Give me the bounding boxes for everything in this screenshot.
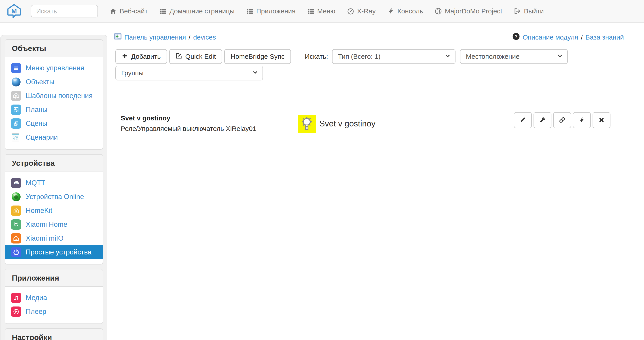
sidebar-item-xiaomi-miio[interactable]: mi Xiaomi miIO xyxy=(5,231,103,245)
svg-text:MQTT: MQTT xyxy=(15,183,18,184)
navbar-search-input[interactable] xyxy=(31,5,98,17)
sidebar-item-objects[interactable]: Объекты xyxy=(5,75,103,89)
sidebar-item-control-menu[interactable]: Меню управления xyxy=(5,61,103,75)
nav-logout[interactable]: Выйти xyxy=(514,7,544,15)
chevron-down-icon xyxy=(557,53,563,60)
sidebar-section-objects: Объекты Меню управления xyxy=(5,39,103,150)
homebridge-sync-button[interactable]: HomeBridge Sync xyxy=(224,49,291,64)
main-content: Панель управления / devices ? Описание м… xyxy=(108,23,644,340)
section-title-applications: Приложения xyxy=(5,269,103,287)
menu-tile-icon xyxy=(11,63,21,73)
device-display-name: Svet v gostinoy xyxy=(319,115,376,133)
home-icon xyxy=(110,7,117,15)
panel-window-icon xyxy=(114,33,122,42)
quick-edit-button[interactable]: Quick Edit xyxy=(169,49,222,64)
sidebar-item-media[interactable]: Медиа xyxy=(5,291,103,305)
lightbulb-icon xyxy=(298,115,316,133)
svg-text:mi: mi xyxy=(15,238,18,241)
section-title-objects: Объекты xyxy=(5,40,103,57)
sidebar-item-plans[interactable]: Планы xyxy=(5,103,103,117)
chevron-down-icon xyxy=(252,69,258,77)
music-note-icon xyxy=(11,293,21,303)
sidebar-item-behavior-patterns[interactable]: M Шаблоны поведения xyxy=(5,89,103,103)
majordomo-gray-icon: M xyxy=(11,91,21,101)
majordomo-logo-icon[interactable]: M xyxy=(7,3,22,19)
sidebar: Объекты Меню управления xyxy=(0,35,107,340)
toolbar: Добавить Quick Edit HomeBridge Sync Иска… xyxy=(116,49,568,64)
blue-sphere-icon xyxy=(11,77,21,87)
plus-icon xyxy=(122,53,128,60)
power-icon xyxy=(11,247,21,257)
sidebar-section-settings: Настройки xyxy=(5,329,103,340)
groups-filter-select[interactable]: Группы xyxy=(116,66,263,80)
sidebar-item-simple-devices[interactable]: Простые устройства xyxy=(5,245,103,259)
chevron-down-icon xyxy=(445,53,450,60)
list-icon xyxy=(307,7,314,15)
mqtt-cloud-icon: MQTT xyxy=(11,178,21,188)
delete-device-button[interactable] xyxy=(592,112,610,128)
bolt-icon xyxy=(579,117,585,124)
sidebar-item-xiaomi-home[interactable]: Xiaomi Home xyxy=(5,218,103,231)
close-icon xyxy=(598,117,605,124)
svg-text:M: M xyxy=(12,7,17,15)
nav-home-pages[interactable]: Домашние страницы xyxy=(160,7,234,15)
section-title-devices: Устройства xyxy=(5,155,103,172)
bolt-icon xyxy=(387,7,394,15)
sidebar-item-devices-online[interactable]: Устройства Online xyxy=(5,190,103,204)
sidebar-item-scenarios[interactable]: Сценарии xyxy=(5,130,103,144)
xiaomi-miio-icon: mi xyxy=(11,233,21,244)
scenes-icon xyxy=(11,118,21,129)
help-links: ? Описание модуля / База знаний xyxy=(512,33,624,42)
device-subtitle: Реле/Управляемый выключатель XiRelay01 xyxy=(121,125,256,132)
add-button[interactable]: Добавить xyxy=(116,49,167,64)
help-separator: / xyxy=(581,33,583,41)
settings-device-button[interactable] xyxy=(534,112,552,128)
nav-website[interactable]: Веб-сайт xyxy=(110,7,148,15)
device-title: Svet v gostinoy xyxy=(121,114,256,122)
device-actions xyxy=(514,112,610,128)
sign-out-icon xyxy=(514,7,521,15)
link-icon xyxy=(559,117,566,124)
search-filter-label: Искать: xyxy=(305,53,328,60)
edit-pencil-square-icon xyxy=(176,52,182,61)
svg-text:M: M xyxy=(15,95,17,97)
location-filter-select[interactable]: Местоположение xyxy=(460,49,568,64)
svg-text:?: ? xyxy=(515,34,518,39)
green-sphere-icon xyxy=(11,192,21,202)
nav-menu[interactable]: Меню xyxy=(307,7,336,15)
list-icon xyxy=(246,7,253,15)
sidebar-item-homekit[interactable]: HomeKit xyxy=(5,204,103,218)
nav-majordomo-project[interactable]: MajorDoMo Project xyxy=(435,7,502,15)
sidebar-section-devices: Устройства MQTT MQTT xyxy=(5,154,103,265)
link-device-button[interactable] xyxy=(553,112,571,128)
breadcrumb-devices-link[interactable]: devices xyxy=(193,33,216,41)
list-icon xyxy=(160,7,166,15)
nav-console[interactable]: Консоль xyxy=(387,7,423,15)
sidebar-item-scenes[interactable]: Сцены xyxy=(5,117,103,130)
section-title-settings: Настройки xyxy=(5,329,103,340)
sidebar-item-player[interactable]: Плеер xyxy=(5,305,103,319)
nav-applications[interactable]: Приложения xyxy=(246,7,296,15)
xiaomi-home-icon xyxy=(11,219,21,230)
edit-device-button[interactable] xyxy=(514,112,532,128)
device-row: Svet v gostinoy Реле/Управляемый выключа… xyxy=(118,113,630,135)
device-info: Svet v gostinoy Реле/Управляемый выключа… xyxy=(121,114,256,132)
nav-xray[interactable]: X-Ray xyxy=(347,7,376,15)
wrench-icon xyxy=(539,117,546,124)
homekit-icon xyxy=(11,206,21,216)
breadcrumb-control-panel-link[interactable]: Панель управления xyxy=(124,33,186,41)
question-circle-icon: ? xyxy=(512,33,520,42)
knowledge-base-link[interactable]: База знаний xyxy=(586,33,624,41)
play-circle-icon xyxy=(11,307,21,317)
navbar-menu: Веб-сайт Домашние страницы Приложения xyxy=(110,7,544,15)
actions-device-button[interactable] xyxy=(573,112,591,128)
breadcrumb: Панель управления / devices xyxy=(114,33,216,42)
tachometer-icon xyxy=(347,7,354,15)
sidebar-item-mqtt[interactable]: MQTT MQTT xyxy=(5,176,103,190)
toolbar-row2: Группы xyxy=(116,66,268,80)
top-navbar: M Веб-сайт Домашние страницы xyxy=(0,0,644,23)
flowchart-icon xyxy=(11,132,21,143)
type-filter-select[interactable]: Тип (Всего: 1) xyxy=(332,49,456,64)
pencil-icon xyxy=(520,117,526,124)
module-description-link[interactable]: Описание модуля xyxy=(522,33,578,41)
